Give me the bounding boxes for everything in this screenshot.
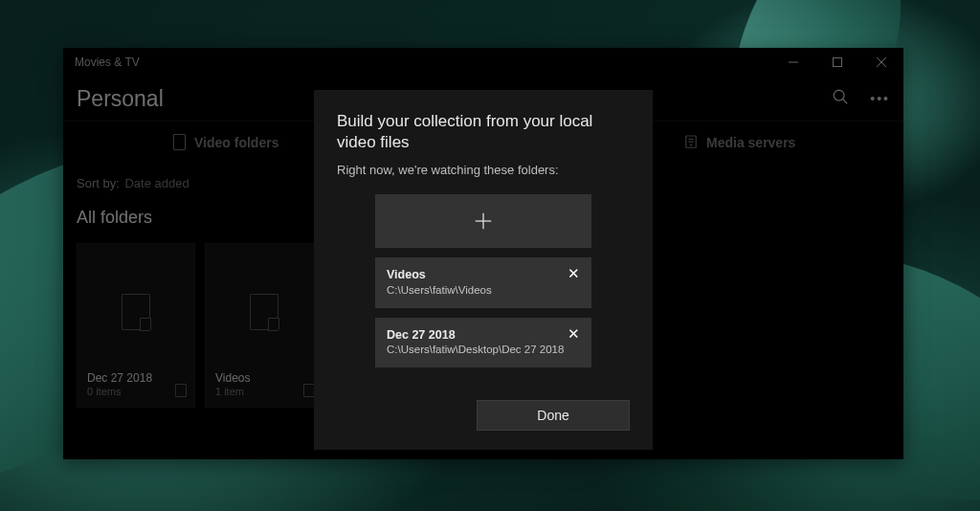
watched-folder-item[interactable]: Videos C:\Users\fatiw\Videos ✕ (375, 257, 591, 307)
close-icon: ✕ (568, 265, 580, 282)
done-label: Done (537, 408, 568, 423)
dialog-subtitle: Right now, we're watching these folders: (337, 163, 630, 177)
watched-folder-item[interactable]: Dec 27 2018 C:\Users\fatiw\Desktop\Dec 2… (375, 318, 591, 367)
done-button[interactable]: Done (477, 400, 630, 431)
modal-backdrop: Build your collection from your local vi… (63, 48, 903, 459)
add-folder-button[interactable] (375, 194, 591, 248)
app-window: Movies & TV Personal ••• (63, 48, 903, 459)
watched-folder-name: Videos (387, 267, 580, 283)
watched-folder-name: Dec 27 2018 (387, 327, 580, 344)
dialog-footer: Done (337, 400, 630, 431)
watched-folder-path: C:\Users\fatiw\Videos (387, 283, 580, 299)
add-folder-dialog: Build your collection from your local vi… (314, 90, 653, 450)
close-icon: ✕ (568, 325, 580, 343)
watched-folder-path: C:\Users\fatiw\Desktop\Dec 27 2018 (387, 343, 580, 358)
remove-folder-button[interactable]: ✕ (565, 265, 582, 282)
remove-folder-button[interactable]: ✕ (565, 325, 582, 343)
plus-icon (473, 211, 494, 232)
dialog-title: Build your collection from your local vi… (337, 111, 630, 153)
